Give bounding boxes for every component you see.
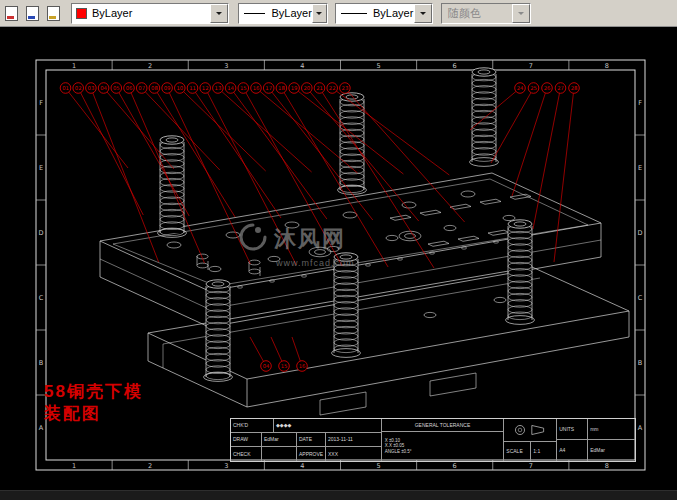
svg-text:21: 21 bbox=[316, 85, 323, 91]
layer-previous-icon bbox=[26, 6, 39, 21]
svg-text:17: 17 bbox=[265, 85, 272, 91]
spring-post bbox=[158, 136, 187, 238]
layer-previous-button[interactable] bbox=[23, 3, 42, 23]
plotstyle-control-dropdown: 随颜色 bbox=[441, 3, 531, 24]
titleblock-chkd-label: CHK'D bbox=[231, 419, 273, 432]
chevron-down-icon bbox=[512, 4, 530, 23]
svg-text:16: 16 bbox=[299, 363, 306, 369]
svg-text:23: 23 bbox=[342, 85, 349, 91]
watermark-logo-icon bbox=[238, 222, 268, 256]
titleblock-date-value: 2013-11-11 bbox=[325, 433, 381, 446]
part-callout: 28 bbox=[554, 83, 579, 262]
svg-text:1: 1 bbox=[72, 62, 76, 70]
svg-text:04: 04 bbox=[100, 85, 107, 91]
titleblock-units-value: mm bbox=[587, 419, 635, 439]
svg-text:2: 2 bbox=[148, 62, 152, 70]
part-callout: 04 bbox=[250, 337, 271, 371]
watermark-brand: 沐风网 bbox=[274, 224, 346, 254]
svg-text:13: 13 bbox=[215, 85, 222, 91]
svg-text:8: 8 bbox=[605, 62, 609, 70]
svg-text:16: 16 bbox=[253, 85, 260, 91]
svg-text:25: 25 bbox=[530, 85, 537, 91]
lineweight-control-dropdown[interactable]: ByLayer bbox=[335, 3, 433, 24]
svg-text:4: 4 bbox=[300, 62, 304, 70]
linetype-control-dropdown[interactable]: ByLayer bbox=[238, 3, 328, 24]
titleblock-check-label: CHECK bbox=[231, 447, 261, 461]
titleblock-approve-value: XXX bbox=[325, 447, 381, 461]
spring-post bbox=[204, 280, 233, 382]
color-control-value: ByLayer bbox=[92, 7, 132, 19]
svg-text:14: 14 bbox=[227, 85, 234, 91]
spring-post bbox=[338, 93, 367, 195]
spring-post bbox=[470, 68, 499, 167]
layers-icon bbox=[47, 6, 60, 21]
svg-text:15: 15 bbox=[240, 85, 247, 91]
svg-text:22: 22 bbox=[329, 85, 336, 91]
svg-text:12: 12 bbox=[202, 85, 209, 91]
drawing-canvas[interactable]: 1122334455667788FFEEDDCCBBAA bbox=[0, 26, 677, 500]
layer-manager-button[interactable] bbox=[44, 3, 63, 23]
svg-text:2: 2 bbox=[148, 462, 152, 470]
arrow-glyph bbox=[216, 12, 222, 18]
titleblock-date-label: DATE bbox=[296, 433, 325, 446]
titleblock-scale-value: 1:1 bbox=[530, 442, 556, 461]
titleblock-units-label: UNITS bbox=[557, 419, 587, 439]
linetype-control-value: ByLayer bbox=[271, 7, 311, 19]
svg-text:C: C bbox=[39, 294, 44, 302]
svg-text:5: 5 bbox=[376, 462, 380, 470]
svg-text:04: 04 bbox=[263, 363, 270, 369]
svg-text:10: 10 bbox=[176, 85, 183, 91]
svg-text:A: A bbox=[638, 424, 643, 432]
titleblock-scale-label: SCALE bbox=[504, 442, 530, 461]
svg-text:08: 08 bbox=[151, 85, 158, 91]
make-layer-current-button[interactable] bbox=[2, 3, 21, 23]
svg-text:18: 18 bbox=[278, 85, 285, 91]
svg-text:11: 11 bbox=[189, 85, 196, 91]
svg-text:3: 3 bbox=[224, 62, 228, 70]
lineweight-control-value: ByLayer bbox=[373, 7, 413, 19]
titleblock-cell bbox=[261, 447, 296, 461]
watermark-url: www.mfcad.com bbox=[276, 258, 355, 268]
assembly-title-annotation: 58铜壳下模 装配图 bbox=[44, 381, 143, 425]
svg-text:7: 7 bbox=[529, 62, 533, 70]
chevron-down-icon[interactable] bbox=[210, 4, 228, 23]
titleblock-company: ◆◆◆◆ bbox=[273, 419, 381, 432]
part-callout: 04 bbox=[98, 83, 174, 169]
linetype-sample-icon bbox=[244, 13, 265, 14]
svg-text:27: 27 bbox=[557, 85, 564, 91]
chevron-down-icon[interactable] bbox=[414, 4, 432, 23]
svg-text:4: 4 bbox=[300, 462, 304, 470]
svg-text:6: 6 bbox=[453, 462, 457, 470]
arrow-glyph bbox=[316, 12, 322, 18]
part-callout: 16 bbox=[292, 337, 307, 371]
svg-text:28: 28 bbox=[571, 85, 578, 91]
part-callout: 13 bbox=[213, 83, 312, 172]
svg-text:B: B bbox=[39, 359, 43, 367]
watermark: 沐风网 www.mfcad.com bbox=[238, 222, 355, 268]
plotstyle-control-value: 随颜色 bbox=[448, 6, 481, 21]
svg-text:E: E bbox=[39, 164, 43, 172]
svg-text:03: 03 bbox=[88, 85, 95, 91]
third-angle-projection-icon bbox=[504, 419, 556, 442]
color-control-dropdown[interactable]: ByLayer bbox=[71, 3, 229, 24]
titleblock-approve-label: APPROVE bbox=[296, 447, 325, 461]
titleblock-size-value: A4 bbox=[557, 440, 587, 461]
tolerance-title: GENERAL TOLERANCE bbox=[382, 419, 504, 431]
svg-text:06: 06 bbox=[126, 85, 133, 91]
part-callout: 25 bbox=[491, 83, 539, 163]
arrow-glyph bbox=[420, 12, 426, 18]
annotation-line1: 58铜壳下模 bbox=[44, 381, 143, 403]
titleblock-draw-value: EdMar bbox=[261, 433, 296, 446]
annotation-line2: 装配图 bbox=[44, 403, 143, 425]
svg-text:D: D bbox=[637, 229, 642, 237]
title-block: CHK'D ◆◆◆◆ DRAW EdMar DATE 2013-11-11 CH… bbox=[230, 418, 636, 462]
part-callout: 26 bbox=[512, 83, 552, 196]
color-swatch bbox=[76, 8, 87, 19]
chevron-down-icon[interactable] bbox=[312, 4, 327, 23]
object-properties-toolbar: ByLayer ByLayer ByLayer 随颜色 bbox=[0, 0, 677, 27]
svg-text:C: C bbox=[638, 294, 643, 302]
cad-application-window: ByLayer ByLayer ByLayer 随颜色 112233445566… bbox=[0, 0, 677, 500]
svg-text:D: D bbox=[38, 229, 43, 237]
bottom-strip bbox=[0, 490, 677, 500]
svg-text:20: 20 bbox=[303, 85, 310, 91]
